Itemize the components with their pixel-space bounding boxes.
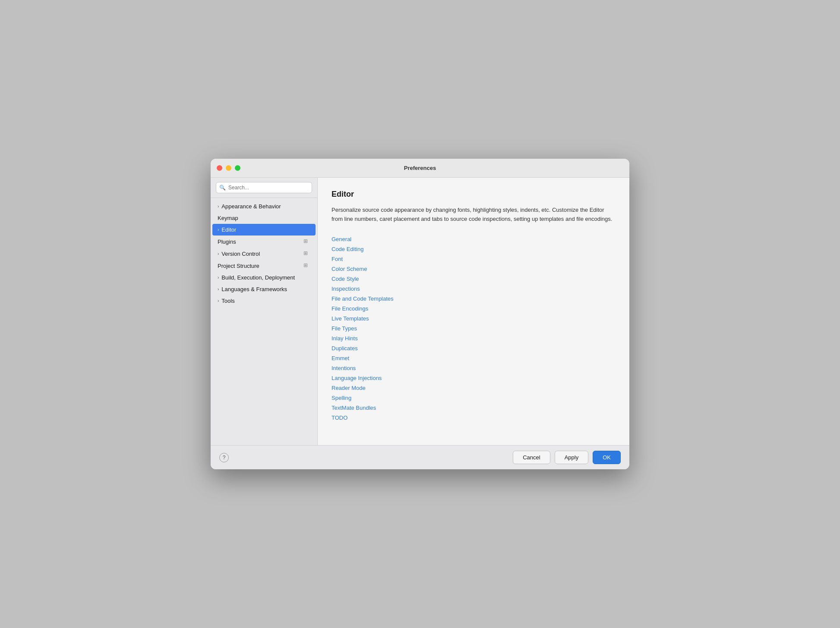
nav-list: › Appearance & Behavior Keymap › Editor … xyxy=(211,198,317,445)
sidebar-item-label: Plugins xyxy=(218,239,236,245)
sidebar-item-label: Editor xyxy=(221,226,236,233)
window-title: Preferences xyxy=(404,165,436,171)
footer: ? Cancel Apply OK xyxy=(211,445,629,469)
sidebar-item-label: Languages & Frameworks xyxy=(221,286,287,292)
editor-link-todo[interactable]: TODO xyxy=(332,414,616,421)
chevron-right-icon: › xyxy=(218,227,219,232)
sidebar-item-appearance[interactable]: › Appearance & Behavior xyxy=(211,201,317,212)
sidebar: 🔍 › Appearance & Behavior Keymap › Edito… xyxy=(211,178,318,445)
sidebar-item-label: Appearance & Behavior xyxy=(221,203,281,210)
editor-link-duplicates[interactable]: Duplicates xyxy=(332,345,616,352)
sidebar-item-languages[interactable]: › Languages & Frameworks xyxy=(211,283,317,295)
sidebar-item-project-structure[interactable]: Project Structure ⊞ xyxy=(211,260,317,272)
editor-link-textmate-bundles[interactable]: TextMate Bundles xyxy=(332,405,616,411)
chevron-right-icon: › xyxy=(218,204,219,209)
sidebar-item-label: Project Structure xyxy=(218,263,259,269)
content-area: 🔍 › Appearance & Behavior Keymap › Edito… xyxy=(211,178,629,445)
sidebar-item-tools[interactable]: › Tools xyxy=(211,295,317,307)
editor-link-font[interactable]: Font xyxy=(332,256,616,262)
sidebar-item-version-control[interactable]: › Version Control ⊞ xyxy=(211,248,317,260)
footer-left: ? xyxy=(219,453,229,462)
editor-link-inlay-hints[interactable]: Inlay Hints xyxy=(332,335,616,342)
close-button[interactable] xyxy=(217,165,222,171)
sidebar-item-editor[interactable]: › Editor xyxy=(212,224,316,236)
section-description: Personalize source code appearance by ch… xyxy=(332,206,616,224)
editor-link-color-scheme[interactable]: Color Scheme xyxy=(332,266,616,272)
maximize-button[interactable] xyxy=(235,165,240,171)
editor-link-live-templates[interactable]: Live Templates xyxy=(332,315,616,322)
chevron-right-icon: › xyxy=(218,251,219,256)
settings-icon: ⊞ xyxy=(303,250,310,257)
chevron-right-icon: › xyxy=(218,287,219,292)
footer-buttons: Cancel Apply OK xyxy=(513,451,621,464)
sidebar-item-plugins[interactable]: Plugins ⊞ xyxy=(211,236,317,248)
chevron-right-icon: › xyxy=(218,275,219,280)
search-wrapper: 🔍 xyxy=(216,182,312,193)
titlebar: Preferences xyxy=(211,159,629,178)
editor-link-language-injections[interactable]: Language Injections xyxy=(332,375,616,381)
help-button[interactable]: ? xyxy=(219,453,229,462)
chevron-right-icon: › xyxy=(218,298,219,303)
editor-link-spelling[interactable]: Spelling xyxy=(332,395,616,401)
cancel-button[interactable]: Cancel xyxy=(513,451,550,464)
sidebar-item-label: Tools xyxy=(221,298,234,304)
main-content: Editor Personalize source code appearanc… xyxy=(318,178,629,445)
minimize-button[interactable] xyxy=(226,165,231,171)
sidebar-item-build[interactable]: › Build, Execution, Deployment xyxy=(211,272,317,283)
preferences-window: Preferences 🔍 › Appearance & Behavior Ke… xyxy=(211,159,629,469)
editor-link-file-encodings[interactable]: File Encodings xyxy=(332,305,616,312)
page-title: Editor xyxy=(332,190,616,199)
search-icon: 🔍 xyxy=(219,185,226,191)
search-input[interactable] xyxy=(216,182,312,193)
sidebar-item-label: Keymap xyxy=(218,215,238,221)
editor-link-intentions[interactable]: Intentions xyxy=(332,365,616,371)
settings-icon: ⊞ xyxy=(303,238,310,245)
editor-link-code-style[interactable]: Code Style xyxy=(332,276,616,282)
editor-link-file-and-code-templates[interactable]: File and Code Templates xyxy=(332,295,616,302)
search-bar: 🔍 xyxy=(211,178,317,198)
editor-link-inspections[interactable]: Inspections xyxy=(332,286,616,292)
links-list: GeneralCode EditingFontColor SchemeCode … xyxy=(332,236,616,421)
window-controls xyxy=(217,165,240,171)
editor-link-general[interactable]: General xyxy=(332,236,616,242)
sidebar-item-label: Build, Execution, Deployment xyxy=(221,274,295,281)
editor-link-code-editing[interactable]: Code Editing xyxy=(332,246,616,252)
ok-button[interactable]: OK xyxy=(593,451,621,464)
sidebar-item-label: Version Control xyxy=(221,251,260,257)
editor-link-reader-mode[interactable]: Reader Mode xyxy=(332,385,616,391)
editor-link-file-types[interactable]: File Types xyxy=(332,325,616,332)
editor-link-emmet[interactable]: Emmet xyxy=(332,355,616,361)
settings-icon: ⊞ xyxy=(303,262,310,269)
apply-button[interactable]: Apply xyxy=(555,451,589,464)
sidebar-item-keymap[interactable]: Keymap xyxy=(211,212,317,224)
